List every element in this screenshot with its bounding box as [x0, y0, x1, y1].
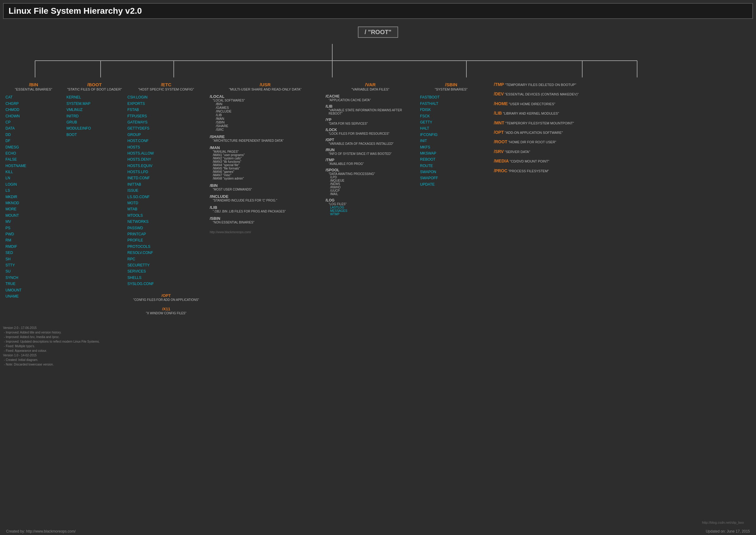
boot-dir-name: /BOOT — [67, 82, 123, 87]
list-item: DD — [6, 132, 62, 138]
rs-srv-name: /SRV — [494, 149, 504, 154]
var-yp-name: /YP — [325, 118, 415, 122]
rs-proc-name: /PROC — [494, 168, 507, 173]
list-item: /BIN — [216, 102, 321, 106]
list-item: MESSAGES — [330, 209, 415, 212]
version-notes-text: Version 2.0 - 17-06-2015 - Improved: Add… — [3, 326, 100, 366]
list-item: LN — [6, 175, 62, 181]
rs-opt: /OPT "ADD-ON APPLICATION SOFTWARE" — [494, 130, 595, 135]
var-run: /RUN "INFO OF SYSTEM SINCE IT WAS BOOTED… — [325, 148, 415, 155]
var-lock-name: /LOCK — [325, 128, 415, 132]
list-item: REBOOT — [420, 156, 482, 162]
list-item: FTPUSERS — [127, 113, 205, 119]
var-opt-name: /OPT — [325, 138, 415, 142]
list-item: STTY — [6, 262, 62, 268]
usr-column: /USR "MULTI-USER SHARE AND READ-ONLY DAT… — [207, 80, 323, 320]
title-bar: Linux File System Hierarchy v2.0 — [3, 3, 753, 19]
list-item: FALSE — [6, 156, 62, 162]
list-item: CP — [6, 119, 62, 125]
var-opt: /OPT "VARIABLE DATA OF PACKAGES INSTALLE… — [325, 138, 415, 145]
sbin-dir-name: /SBIN — [420, 82, 482, 87]
rs-srv: /SRV "SERVER DATA" — [494, 149, 595, 154]
list-item: MKDIR — [6, 194, 62, 200]
right-sidebar-column: /TMP "TEMPORARY FILES DELETED ON BOOTUP"… — [485, 80, 598, 320]
list-item: EXPORTS — [127, 100, 205, 107]
rs-lib-desc: "LIBRARY AND KERNEL MODULES" — [503, 112, 559, 115]
usr-share: /SHARE "ARCHITECTURE INDEPENDENT SHARED … — [210, 134, 321, 142]
var-dir-desc: "VARIABLE DATA FILES" — [325, 87, 415, 92]
list-item: /NEWS — [330, 182, 415, 186]
list-item: BOOT — [67, 132, 123, 138]
main-columns: /BIN "ESSENTIAL BINARIES" CAT CHGRP CHMO… — [3, 80, 753, 367]
list-item: INITTAB — [127, 182, 205, 187]
var-cache-name: /CACHE — [325, 94, 415, 99]
list-item: /LIB — [216, 113, 321, 117]
list-item: HOSTS.LPD — [127, 169, 205, 175]
rs-mnt: /MNT "TEMPERORY FILESYSTEM MOUNTPOINT" — [494, 121, 595, 126]
rs-opt-name: /OPT — [494, 130, 504, 135]
var-cache: /CACHE "APPLICATION CACHE DATA" — [325, 94, 415, 102]
rs-tmp-desc: "TEMPORARY FILES DELETED ON BOOTUP" — [505, 83, 576, 87]
list-item: MORE — [6, 206, 62, 212]
list-item: SH — [6, 256, 62, 262]
rs-dev: /DEV "ESSENTIAL DEVICES (CONTAINS MAKEDE… — [494, 92, 595, 97]
list-item: KILL — [6, 169, 62, 175]
etc-file-list: CSH.LOGIN EXPORTS FSTAB FTPUSERS GATEWAY… — [127, 94, 205, 287]
list-item: CAT — [6, 94, 62, 100]
rs-opt-desc: "ADD-ON APPLICATION SOFTWARE" — [505, 131, 563, 134]
list-item: GROUP — [127, 132, 205, 138]
var-yp: /YP "DATA FOR NIS SERVICES" — [325, 118, 415, 125]
list-item: INIT — [420, 138, 482, 144]
var-log-desc: "LOG FILES" — [329, 202, 415, 206]
footer-updated-on: Updated on: June 17, 2015 — [706, 529, 750, 533]
var-lock: /LOCK "LOCK FILES FOR SHARED RESOURCES" — [325, 128, 415, 135]
list-item: UMOUNT — [6, 287, 62, 293]
list-item: MKSWAP — [420, 150, 482, 156]
watermark-bottom: http://blog.csdn.net/slip_boo — [702, 521, 744, 524]
var-tmp-name: /TMP — [325, 158, 415, 162]
list-item: LS — [6, 187, 62, 194]
bin-dir-desc: "ESSENTIAL BINARIES" — [6, 87, 62, 92]
list-item: HOSTS.DENY — [127, 156, 205, 162]
watermark: http://www.blackmoreops.com/ — [210, 230, 321, 234]
list-item: DF — [6, 138, 62, 144]
footer-created-by: Created by: http://www.blackmoreops.com/ — [6, 529, 76, 533]
rs-root: /ROOT "HOME DIR FOR ROOT USER" — [494, 139, 595, 145]
usr-man-name: /MAN — [210, 145, 321, 150]
rs-media-desc: "CD/DVD MOUNT POINT" — [510, 159, 549, 163]
list-item: /MAN4 "special file" — [213, 163, 321, 167]
var-opt-desc: "VARIABLE DATA OF PACKAGES INSTALLED" — [329, 142, 415, 145]
usr-dir-name: /USR — [210, 82, 321, 87]
boot-column: /BOOT "STATIC FILES OF BOOT LOADER" KERN… — [64, 80, 125, 320]
list-item: SYSLOG.CONF — [127, 281, 205, 287]
usr-include-name: /INCLUDE — [210, 194, 321, 199]
list-item: INETD.CONF — [127, 175, 205, 181]
list-item: FSCK — [420, 113, 482, 119]
usr-sbin: /SBIN "NON ESSENTIAL BINARIES" — [210, 216, 321, 224]
list-item: GETTYDEFS — [127, 125, 205, 131]
list-item: /MAIL — [330, 192, 415, 196]
list-item: HOSTS.EQUIV — [127, 163, 205, 169]
rs-root-desc: "HOME DIR FOR ROOT USER" — [508, 140, 556, 144]
sbin-file-list: FASTBOOT FASTHALT FDISK FSCK GETTY HALT … — [420, 94, 482, 187]
var-tmp: /TMP "AVAILABLE FOR PROG" — [325, 158, 415, 165]
usr-sbin-name: /SBIN — [210, 216, 321, 221]
list-item: MODULEINFO — [67, 125, 123, 131]
etc-opt: /OPT "CONFIG FILES FOR ADD ON APPLICATIO… — [127, 293, 205, 302]
usr-share-name: /SHARE — [210, 134, 321, 139]
list-item: ECHO — [6, 150, 62, 156]
list-item: CSH.LOGIN — [127, 94, 205, 100]
var-cache-desc: "APPLICATION CACHE DATA" — [329, 99, 415, 102]
rs-media: /MEDIA "CD/DVD MOUNT POINT" — [494, 158, 595, 164]
footer: Created by: http://www.blackmoreops.com/… — [6, 529, 750, 533]
usr-dir-desc: "MULTI-USER SHARE AND READ-ONLY DATA" — [210, 87, 321, 92]
list-item: /MAN5 "file formats" — [213, 167, 321, 170]
var-spool: /SPOOL "DATA AWAITING PROCESSING" /LPD /… — [325, 168, 415, 196]
usr-bin: /BIN "MOST USER COMMANDS" — [210, 183, 321, 191]
list-item: CHOWN — [6, 113, 62, 119]
list-item: /MAN2 "system calls" — [213, 157, 321, 160]
list-item: MOTD — [127, 200, 205, 206]
rs-mnt-name: /MNT — [494, 121, 504, 125]
etc-dir-desc: "HOST SPECFIC SYSTEM CONFIG" — [127, 87, 205, 92]
var-lib: /LIB "VARIABLE STATE INFORMATION REMAINS… — [325, 104, 415, 115]
